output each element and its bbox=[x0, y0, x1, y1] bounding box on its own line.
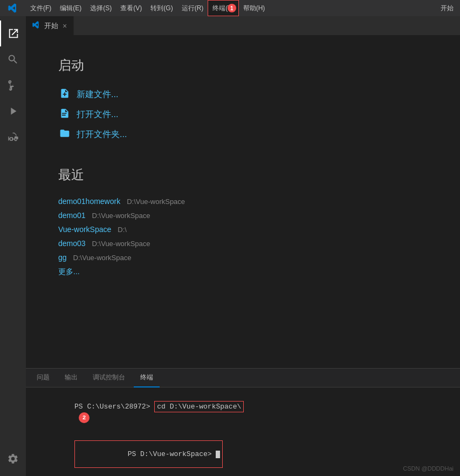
recent-path-3: D:\Vue-workSpace bbox=[92, 240, 150, 248]
recent-section: 最近 demo01homework D:\Vue-workSpace demo0… bbox=[58, 166, 428, 280]
new-file-icon bbox=[58, 88, 71, 101]
app-logo bbox=[0, 3, 26, 13]
menu-file[interactable]: 文件(F) bbox=[26, 0, 56, 16]
recent-name-0: demo01homework bbox=[58, 197, 120, 206]
startup-heading: 启动 bbox=[58, 57, 428, 74]
panel-tab-output[interactable]: 输出 bbox=[58, 369, 84, 387]
recent-path-0: D:\Vue-workSpace bbox=[127, 198, 185, 206]
new-file-item[interactable]: 新建文件... bbox=[58, 85, 428, 105]
titlebar: 文件(F) 编辑(E) 选择(S) 查看(V) 转到(G) 运行(R) 终端(T… bbox=[0, 0, 460, 16]
terminal-command-highlight: cd D:\Vue-workSpace\ bbox=[154, 401, 244, 412]
menu-bar: 文件(F) 编辑(E) 选择(S) 查看(V) 转到(G) 运行(R) 终端(T… bbox=[26, 0, 434, 16]
panel-area: 问题 输出 调试控制台 终端 PS C:\Users\28972> cd D:\… bbox=[26, 368, 460, 476]
activity-run-debug[interactable] bbox=[0, 98, 26, 124]
activity-explorer[interactable] bbox=[0, 21, 26, 46]
recent-name-2: Vue-workSpace bbox=[58, 225, 111, 234]
terminal-cursor bbox=[216, 451, 220, 458]
recent-item-1[interactable]: demo01 D:\Vue-workSpace bbox=[58, 208, 428, 222]
menu-edit[interactable]: 编辑(E) bbox=[56, 0, 86, 16]
activity-settings[interactable] bbox=[0, 446, 26, 472]
recent-name-3: demo03 bbox=[58, 239, 86, 248]
new-file-label: 新建文件... bbox=[77, 89, 118, 100]
open-file-label: 打开文件... bbox=[77, 109, 118, 120]
terminal-content[interactable]: PS C:\Users\28972> cd D:\Vue-workSpace\ … bbox=[26, 387, 460, 476]
activity-bar bbox=[0, 16, 26, 476]
tab-welcome[interactable]: 开始 × bbox=[26, 16, 74, 35]
open-folder-icon bbox=[58, 128, 71, 141]
recent-path-4: D:\Vue-workSpace bbox=[73, 254, 132, 262]
panel-tabs: 问题 输出 调试控制台 终端 bbox=[26, 369, 460, 387]
tab-welcome-label: 开始 bbox=[44, 21, 58, 31]
recent-path-1: D:\Vue-workSpace bbox=[92, 212, 150, 220]
recent-path-2: D:\ bbox=[118, 226, 127, 234]
recent-name-1: demo01 bbox=[58, 211, 86, 220]
activity-source-control[interactable] bbox=[0, 72, 26, 98]
terminal-line-1: PS C:\Users\28972> cd D:\Vue-workSpace\ … bbox=[32, 393, 454, 431]
activity-extensions[interactable] bbox=[0, 124, 26, 150]
open-folder-item[interactable]: 打开文件夹... bbox=[58, 125, 428, 145]
editor-area: 启动 新建文件... 打开文件... 打 bbox=[26, 35, 460, 368]
content-area: 开始 × 启动 新建文件... 打开文件... bbox=[26, 16, 460, 476]
menu-goto[interactable]: 转到(G) bbox=[146, 0, 177, 16]
terminal-line-2: PS D:\Vue-workSpace> bbox=[32, 432, 454, 476]
step-badge-2: 2 bbox=[79, 412, 90, 423]
main-layout: 开始 × 启动 新建文件... 打开文件... bbox=[0, 16, 460, 476]
panel-tab-debug-console[interactable]: 调试控制台 bbox=[86, 369, 132, 387]
menu-terminal[interactable]: 终端(T) 1 bbox=[208, 0, 238, 16]
panel-tab-problems[interactable]: 问题 bbox=[30, 369, 56, 387]
titlebar-right-label: 开始 bbox=[434, 4, 460, 13]
tab-vscode-icon bbox=[32, 21, 40, 30]
recent-heading: 最近 bbox=[58, 166, 428, 183]
recent-item-4[interactable]: gg D:\Vue-workSpace bbox=[58, 250, 428, 264]
menu-help[interactable]: 帮助(H) bbox=[239, 0, 270, 16]
panel-tab-terminal[interactable]: 终端 bbox=[134, 369, 160, 387]
recent-item-2[interactable]: Vue-workSpace D:\ bbox=[58, 222, 428, 236]
activity-search[interactable] bbox=[0, 46, 26, 72]
recent-name-4: gg bbox=[58, 253, 67, 262]
terminal-prompt-box: PS D:\Vue-workSpace> bbox=[74, 440, 223, 468]
menu-selection[interactable]: 选择(S) bbox=[86, 0, 116, 16]
terminal-badge: 1 bbox=[228, 4, 236, 12]
watermark-text: CSDN @DDDDHai bbox=[403, 465, 454, 472]
more-link[interactable]: 更多... bbox=[58, 264, 428, 280]
recent-item-3[interactable]: demo03 D:\Vue-workSpace bbox=[58, 236, 428, 250]
open-file-icon bbox=[58, 108, 71, 121]
menu-view[interactable]: 查看(V) bbox=[116, 0, 146, 16]
open-folder-label: 打开文件夹... bbox=[77, 129, 127, 140]
startup-section: 启动 新建文件... 打开文件... 打 bbox=[58, 57, 428, 145]
menu-run[interactable]: 运行(R) bbox=[177, 0, 208, 16]
open-file-item[interactable]: 打开文件... bbox=[58, 105, 428, 125]
recent-item-0[interactable]: demo01homework D:\Vue-workSpace bbox=[58, 194, 428, 208]
tab-bar: 开始 × bbox=[26, 16, 460, 35]
tab-close-button[interactable]: × bbox=[63, 22, 67, 30]
